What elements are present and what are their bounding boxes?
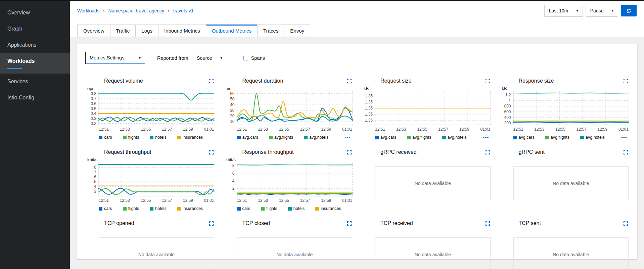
y-tick-label: 0.6 bbox=[91, 101, 96, 106]
legend-item-insurances[interactable]: insurances bbox=[315, 206, 341, 211]
expand-icon[interactable] bbox=[209, 79, 214, 83]
expand-icon[interactable] bbox=[486, 221, 490, 226]
tab-envoy[interactable]: Envoy bbox=[284, 25, 310, 37]
chart-panel-request-volume: Request volumeops0.80.70.60.50.40.30.212… bbox=[85, 77, 214, 140]
tab-traffic[interactable]: Traffic bbox=[110, 25, 136, 37]
sidebar-item-applications[interactable]: Applications bbox=[0, 37, 70, 53]
breadcrumb-link-namespace-travel-agency[interactable]: Namespace: travel-agency bbox=[108, 8, 165, 13]
breadcrumb-link-travels-v1[interactable]: travels-v1 bbox=[173, 8, 194, 13]
y-tick-label: 8 bbox=[232, 163, 235, 168]
no-data-box: No data available bbox=[375, 237, 491, 269]
tab-outbound-metrics[interactable]: Outbound Metrics bbox=[206, 25, 258, 37]
legend-swatch bbox=[288, 207, 292, 211]
legend-swatch bbox=[442, 136, 446, 139]
legend-item-cars[interactable]: cars bbox=[99, 135, 112, 140]
tab-inbound-metrics[interactable]: Inbound Metrics bbox=[158, 25, 206, 37]
legend-item-hotels[interactable]: hotels bbox=[288, 206, 305, 211]
sidebar-item-workloads[interactable]: Workloads bbox=[0, 53, 70, 74]
sidebar-item-label: Istio Config bbox=[7, 95, 34, 100]
legend-item-avg-flights[interactable]: avg,flights bbox=[269, 135, 293, 140]
refresh-button[interactable] bbox=[621, 5, 637, 16]
legend-label: insurances bbox=[321, 206, 341, 211]
legend-item-avg-hotels[interactable]: avg,hotels bbox=[580, 135, 605, 140]
tab-overview[interactable]: Overview bbox=[77, 25, 110, 37]
reported-from-select[interactable]: Source ▾ bbox=[193, 52, 226, 64]
sidebar-item-services[interactable]: Services bbox=[0, 74, 70, 90]
legend-item-avg-cars[interactable]: avg,cars bbox=[513, 135, 535, 140]
metrics-settings-dropdown[interactable]: Metrics Settings ▾ bbox=[85, 52, 145, 64]
legend-item-avg-flights[interactable]: avg,flights bbox=[545, 135, 569, 140]
x-tick-label: 01:01 bbox=[342, 127, 352, 132]
legend-overflow-button[interactable]: ••• bbox=[621, 135, 627, 140]
legend-overflow-button[interactable]: ••• bbox=[483, 135, 489, 140]
legend-item-insurances[interactable]: insurances bbox=[177, 206, 203, 211]
y-axis-unit-label: kbit/s bbox=[226, 157, 353, 162]
tab-logs[interactable]: Logs bbox=[135, 25, 158, 37]
x-tick-label: 12:57 bbox=[300, 127, 310, 132]
legend-item-avg-hotels[interactable]: avg,hotels bbox=[442, 135, 467, 140]
y-tick-label: 0.2 bbox=[91, 121, 96, 126]
legend-item-hotels[interactable]: hotels bbox=[150, 206, 166, 211]
duration-dropdown[interactable]: Last 10m ▾ bbox=[544, 5, 583, 16]
expand-icon[interactable] bbox=[624, 79, 628, 83]
expand-icon[interactable] bbox=[486, 150, 490, 154]
spans-checkbox[interactable] bbox=[243, 56, 248, 60]
sidebar-item-label: Applications bbox=[7, 42, 36, 48]
expand-icon[interactable] bbox=[347, 79, 352, 83]
legend-item-avg-flights[interactable]: avg,flights bbox=[407, 135, 431, 140]
expand-icon[interactable] bbox=[209, 150, 214, 154]
legend-item-hotels[interactable]: hotels bbox=[150, 135, 166, 140]
legend-item-insurances[interactable]: insurances bbox=[177, 135, 203, 140]
no-data-label: No data available bbox=[415, 252, 451, 257]
series-line-hotels bbox=[99, 94, 214, 100]
x-tick-label: 12:57 bbox=[577, 127, 587, 132]
sidebar-item-istio-config[interactable]: Istio Config bbox=[0, 90, 70, 106]
expand-icon[interactable] bbox=[347, 221, 352, 226]
legend-label: flights bbox=[266, 206, 277, 211]
legend-item-avg-cars[interactable]: avg,cars bbox=[375, 135, 396, 140]
x-tick-label: 01:01 bbox=[618, 127, 629, 132]
x-tick-label: 12:51 bbox=[237, 198, 247, 203]
legend-swatch bbox=[150, 136, 153, 139]
legend-item-flights[interactable]: flights bbox=[123, 135, 139, 140]
series-line-flights bbox=[237, 193, 353, 194]
breadcrumb-link-workloads[interactable]: Workloads bbox=[77, 8, 99, 13]
legend-item-cars[interactable]: cars bbox=[237, 206, 250, 211]
expand-icon[interactable] bbox=[624, 221, 628, 226]
pause-dropdown[interactable]: Pause ▾ bbox=[586, 5, 618, 16]
x-tick-label: 12:55 bbox=[417, 127, 427, 132]
legend-label: avg,cars bbox=[242, 135, 258, 140]
x-tick-label: 12:51 bbox=[99, 198, 109, 203]
legend-swatch bbox=[237, 207, 241, 211]
chart-legend: avg,carsavg,flightsavg,hotels••• bbox=[375, 135, 491, 140]
expand-icon[interactable] bbox=[486, 79, 490, 83]
legend-item-avg-hotels[interactable]: avg,hotels bbox=[304, 135, 328, 140]
tab-traces[interactable]: Traces bbox=[257, 25, 284, 37]
legend-overflow-button[interactable]: ••• bbox=[345, 135, 351, 140]
expand-icon[interactable] bbox=[624, 150, 628, 154]
expand-icon[interactable] bbox=[347, 150, 352, 154]
legend-item-avg-cars[interactable]: avg,cars bbox=[237, 135, 258, 140]
y-axis-ticks: 0.80.70.60.50.40.30.2 bbox=[85, 91, 99, 125]
x-tick-label: 12:55 bbox=[141, 198, 151, 203]
expand-icon[interactable] bbox=[209, 221, 214, 226]
sidebar-item-graph[interactable]: Graph bbox=[0, 21, 70, 37]
y-tick-label: 3 bbox=[94, 189, 96, 194]
legend-item-flights[interactable]: flights bbox=[123, 206, 139, 211]
legend-item-cars[interactable]: cars bbox=[99, 206, 112, 211]
x-tick-label: 12:59 bbox=[183, 127, 193, 132]
chart-plot bbox=[513, 91, 629, 125]
metrics-settings-label: Metrics Settings bbox=[90, 55, 124, 60]
chart-legend: carsflightshotelsinsurances bbox=[237, 206, 353, 211]
y-tick-label: 30 bbox=[230, 108, 234, 113]
breadcrumb-separator-icon: › bbox=[103, 8, 105, 13]
x-tick-label: 12:59 bbox=[597, 127, 607, 132]
sidebar-item-overview[interactable]: Overview bbox=[0, 5, 70, 21]
legend-item-flights[interactable]: flights bbox=[261, 206, 277, 211]
chart-title: gRPC received bbox=[380, 149, 417, 155]
chart-title: Response throughput bbox=[242, 149, 294, 155]
y-tick-label: 20 bbox=[230, 114, 234, 118]
chart-body: 605040302010 bbox=[224, 91, 353, 125]
reported-from-label: Reported from bbox=[157, 55, 188, 61]
chart-panel-tcp-opened: TCP openedNo data available bbox=[85, 219, 214, 269]
